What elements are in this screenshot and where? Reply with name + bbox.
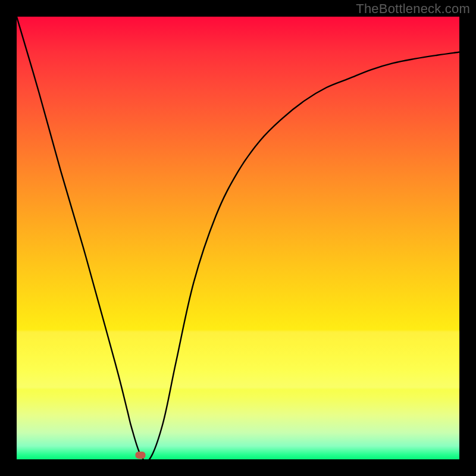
bottleneck-curve — [17, 17, 459, 459]
watermark-text: TheBottleneck.com — [356, 1, 470, 17]
plot-area — [17, 17, 459, 459]
optimal-point-marker — [136, 452, 146, 459]
chart-frame: TheBottleneck.com — [0, 0, 476, 476]
